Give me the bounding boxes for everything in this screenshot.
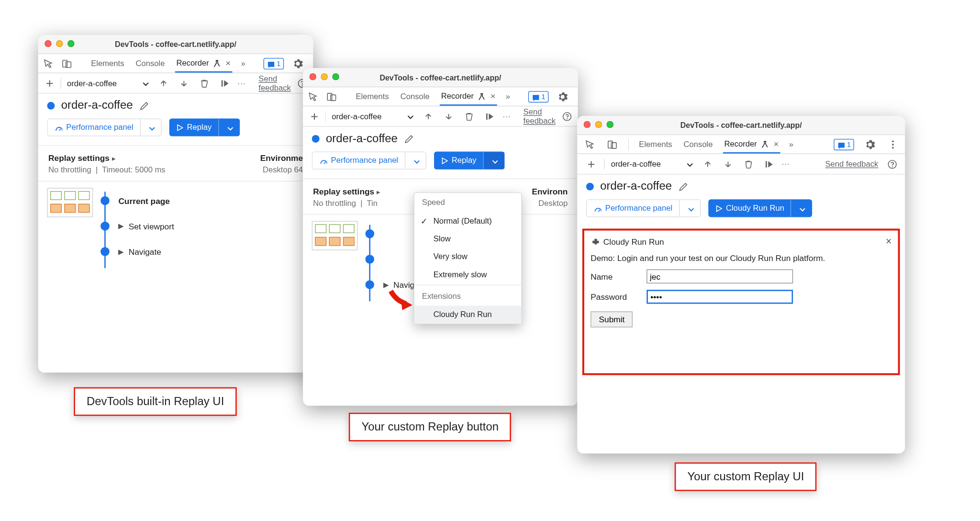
messages-count: 1 bbox=[541, 93, 546, 101]
performance-panel-button[interactable]: Performance panel bbox=[586, 199, 701, 217]
dropdown-item-normal[interactable]: Normal (Default) bbox=[414, 212, 521, 230]
replay-button[interactable]: Replay bbox=[434, 152, 505, 170]
tab-console[interactable]: Console bbox=[134, 54, 166, 73]
close-icon[interactable] bbox=[45, 40, 52, 47]
cloudy-run-button[interactable]: Cloudy Run Run bbox=[708, 199, 813, 217]
close-tab-icon[interactable]: × bbox=[773, 138, 779, 148]
dropdown-item-extremely-slow[interactable]: Extremely slow bbox=[414, 266, 521, 283]
messages-badge[interactable]: 1 bbox=[263, 57, 284, 69]
messages-badge[interactable]: 1 bbox=[528, 91, 548, 102]
traffic-lights[interactable] bbox=[309, 73, 339, 80]
minimize-icon[interactable] bbox=[595, 121, 602, 128]
inspect-icon[interactable] bbox=[43, 57, 53, 70]
more-actions-icon[interactable]: ⋯ bbox=[502, 112, 511, 121]
maximize-icon[interactable] bbox=[606, 121, 613, 128]
step-current-page[interactable]: Current page bbox=[100, 188, 304, 213]
delete-icon[interactable] bbox=[197, 76, 211, 90]
close-icon[interactable] bbox=[584, 121, 591, 128]
dropdown-item-very-slow[interactable]: Very slow bbox=[414, 248, 521, 265]
performance-panel-button[interactable]: Performance panel bbox=[47, 118, 161, 136]
close-icon[interactable] bbox=[309, 73, 316, 80]
import-icon[interactable] bbox=[721, 157, 735, 171]
overflow-tabs-icon[interactable]: » bbox=[241, 59, 245, 68]
edit-title-icon[interactable] bbox=[404, 134, 413, 143]
device-toggle-icon[interactable] bbox=[326, 90, 336, 103]
help-icon[interactable] bbox=[562, 109, 571, 123]
minimize-icon[interactable] bbox=[56, 40, 63, 47]
more-icon[interactable] bbox=[577, 90, 578, 103]
step-play-icon[interactable] bbox=[217, 76, 231, 90]
more-actions-icon[interactable]: ⋯ bbox=[781, 159, 790, 169]
export-icon[interactable] bbox=[156, 76, 170, 90]
send-feedback-link[interactable]: Send feedback bbox=[523, 107, 556, 125]
step-label: Current page bbox=[118, 196, 170, 205]
edit-title-icon[interactable] bbox=[139, 101, 149, 110]
tab-elements[interactable]: Elements bbox=[355, 87, 390, 106]
dropdown-item-slow[interactable]: Slow bbox=[414, 230, 521, 248]
settings-icon[interactable] bbox=[557, 90, 568, 103]
delete-icon[interactable] bbox=[741, 157, 755, 171]
dropdown-item-cloudy[interactable]: Cloudy Run Run bbox=[414, 306, 521, 323]
performance-panel-dropdown[interactable] bbox=[140, 119, 161, 136]
panel-close-icon[interactable]: × bbox=[886, 236, 891, 247]
tab-console[interactable]: Console bbox=[682, 135, 714, 154]
submit-button[interactable]: Submit bbox=[590, 311, 633, 327]
overflow-tabs-icon[interactable]: » bbox=[789, 140, 793, 149]
performance-panel-button[interactable]: Performance panel bbox=[312, 152, 426, 170]
more-icon[interactable] bbox=[886, 137, 900, 151]
delete-icon[interactable] bbox=[462, 109, 476, 123]
overflow-tabs-icon[interactable]: » bbox=[506, 92, 510, 101]
close-tab-icon[interactable]: × bbox=[490, 91, 496, 101]
tab-elements[interactable]: Elements bbox=[638, 135, 674, 154]
replay-settings-heading[interactable]: Replay settings bbox=[48, 154, 166, 163]
replay-settings-heading[interactable]: Replay settings bbox=[313, 187, 380, 196]
traffic-lights[interactable] bbox=[584, 121, 614, 128]
traffic-lights[interactable] bbox=[45, 40, 75, 47]
step-navigate[interactable]: ▶Navigate bbox=[100, 239, 304, 264]
inspect-icon[interactable] bbox=[582, 137, 596, 151]
tab-elements[interactable]: Elements bbox=[90, 54, 126, 73]
more-actions-icon[interactable]: ⋯ bbox=[237, 79, 245, 88]
export-icon[interactable] bbox=[421, 109, 434, 123]
send-feedback-link[interactable]: Send feedback bbox=[825, 159, 878, 169]
replay-dropdown[interactable] bbox=[483, 152, 504, 169]
password-input[interactable] bbox=[646, 290, 793, 304]
inspect-icon[interactable] bbox=[308, 90, 318, 103]
tab-console[interactable]: Console bbox=[399, 87, 431, 106]
help-icon[interactable] bbox=[885, 157, 899, 171]
recording-selector[interactable]: order-a-coffee bbox=[332, 112, 414, 121]
minimize-icon[interactable] bbox=[321, 73, 328, 80]
messages-badge[interactable]: 1 bbox=[834, 138, 854, 150]
edit-title-icon[interactable] bbox=[678, 181, 688, 191]
maximize-icon[interactable] bbox=[332, 73, 339, 80]
replay-dropdown[interactable] bbox=[218, 119, 239, 136]
recording-selector[interactable]: order-a-coffee bbox=[611, 159, 694, 169]
recording-title-row: order-a-coffee bbox=[303, 127, 578, 147]
close-tab-icon[interactable]: × bbox=[225, 57, 231, 68]
export-icon[interactable] bbox=[700, 157, 714, 171]
new-recording-icon[interactable] bbox=[45, 76, 54, 90]
settings-icon[interactable] bbox=[293, 57, 303, 70]
performance-panel-dropdown[interactable] bbox=[679, 200, 700, 217]
recording-selector[interactable]: order-a-coffee bbox=[67, 79, 150, 88]
new-recording-icon[interactable] bbox=[309, 109, 319, 123]
import-icon[interactable] bbox=[441, 109, 455, 123]
cloudy-run-dropdown[interactable] bbox=[791, 200, 812, 217]
settings-icon[interactable] bbox=[863, 137, 877, 151]
panel-tabstrip: Elements Console Recorder× » 1 bbox=[303, 87, 578, 106]
tab-recorder[interactable]: Recorder × bbox=[175, 54, 232, 73]
send-feedback-link[interactable]: Send feedback bbox=[258, 74, 290, 92]
name-input[interactable] bbox=[646, 270, 793, 283]
step-play-icon[interactable] bbox=[482, 109, 496, 123]
new-recording-icon[interactable] bbox=[584, 157, 598, 171]
performance-panel-dropdown[interactable] bbox=[404, 152, 425, 169]
device-toggle-icon[interactable] bbox=[62, 57, 72, 70]
tab-recorder[interactable]: Recorder× bbox=[723, 135, 780, 154]
maximize-icon[interactable] bbox=[67, 40, 75, 47]
import-icon[interactable] bbox=[177, 76, 190, 90]
step-play-icon[interactable] bbox=[761, 157, 775, 171]
tab-recorder[interactable]: Recorder× bbox=[440, 87, 497, 106]
replay-button[interactable]: Replay bbox=[169, 118, 240, 136]
step-set-viewport[interactable]: ▶Set viewport bbox=[100, 214, 304, 239]
device-toggle-icon[interactable] bbox=[605, 137, 619, 151]
